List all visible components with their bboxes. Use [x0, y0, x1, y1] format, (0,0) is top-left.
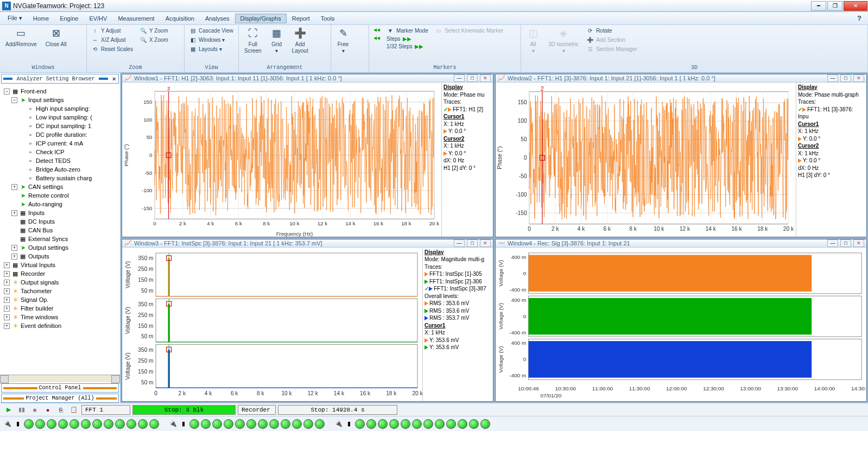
stop-button[interactable]: ■ — [29, 405, 40, 415]
marker-mode-button[interactable]: ▼Marker Mode — [384, 26, 430, 35]
help-button[interactable]: ? — [853, 14, 866, 22]
step32-button[interactable]: 1/32 Steps ▶▶ — [384, 43, 430, 50]
tree-signal-op[interactable]: +✳Signal Op. — [2, 295, 119, 304]
status-led — [235, 419, 245, 429]
window4-close[interactable]: ✕ — [853, 239, 864, 247]
pause-button[interactable]: ▮▮ — [16, 405, 27, 415]
tree-input-child[interactable]: ▫Bridge Auto-zero — [17, 165, 119, 174]
menu-file[interactable]: File ▾ — [2, 13, 28, 23]
play-button[interactable]: ▶ — [3, 405, 14, 415]
close-button[interactable]: ✕ — [844, 1, 867, 11]
tree-virtual-inputs[interactable]: +▦Virtual Inputs — [2, 261, 119, 269]
svg-text:8 k: 8 k — [629, 226, 637, 232]
menu-tools[interactable]: Tools — [315, 14, 340, 23]
tree-inputs[interactable]: +▦Inputs — [10, 208, 119, 217]
tree-front-end[interactable]: −▦Front-end — [2, 87, 119, 96]
reset-scales-button[interactable]: ⟲Reset Scales — [89, 45, 135, 53]
tree-output-settings[interactable]: +➤Output settings — [10, 243, 119, 252]
tree-auto-ranging[interactable]: ➤Auto-ranging — [10, 200, 119, 208]
menu-display-graphs[interactable]: Display/Graphs — [235, 14, 287, 23]
menu-home[interactable]: Home — [28, 14, 54, 23]
tree-time-windows[interactable]: +✳Time windows — [2, 313, 119, 321]
tree-input-child[interactable]: ▫ICP current: 4 mA — [17, 139, 119, 148]
menu-analyses[interactable]: Analyses — [200, 14, 235, 23]
window3-max[interactable]: □ — [467, 239, 478, 247]
tree-recorder[interactable]: +▦Recorder — [2, 269, 119, 278]
tree-tachometer[interactable]: +✳Tachometer — [2, 287, 119, 295]
y-adjust-button[interactable]: ↕Y Adjust — [89, 26, 135, 35]
svg-rect-104 — [156, 344, 417, 388]
menu-report[interactable]: Report — [287, 14, 315, 23]
tree-filter-builder[interactable]: +✳Filter builder — [2, 304, 119, 313]
svg-text:12 k: 12 k — [318, 220, 328, 226]
windows-dropdown[interactable]: ◧Windows ▾ — [187, 35, 236, 44]
project-manager-section[interactable]: Project Manager (All) — [1, 394, 119, 403]
tree-input-child[interactable]: ▫DC profile duration: — [17, 130, 119, 139]
tree-outputs[interactable]: +▦Outputs — [10, 252, 119, 261]
y-zoom-button[interactable]: 🔍Y Zoom — [137, 26, 170, 35]
window1-max[interactable]: □ — [467, 74, 478, 82]
svg-text:4 k: 4 k — [578, 226, 585, 232]
close-all-button[interactable]: ⊠Close All — [42, 26, 70, 49]
steps-button[interactable]: Steps ▶▶ — [384, 35, 430, 42]
window3-min[interactable]: — — [454, 239, 465, 247]
tree-remote-control[interactable]: ➤Remote control — [10, 191, 119, 200]
tree-can-settings[interactable]: +➤CAN settings — [10, 182, 119, 191]
record-button[interactable]: ● — [42, 405, 53, 415]
layouts-dropdown[interactable]: ▦Layouts ▾ — [187, 45, 236, 53]
window3-close[interactable]: ✕ — [480, 239, 491, 247]
step32-back-button[interactable]: ◀◀ — [371, 34, 382, 42]
cascade-view-button[interactable]: ▤Cascade View — [187, 26, 236, 35]
svg-text:2: 2 — [541, 86, 544, 92]
menu-measurement[interactable]: Measurement — [112, 14, 160, 23]
window2-plot[interactable]: -150-100-5005010015002 k4 k6 k8 k10 k12 … — [496, 83, 796, 237]
minimize-button[interactable]: ━ — [811, 1, 826, 11]
free-button[interactable]: ✎Free ▾ — [333, 26, 353, 55]
maximize-button[interactable]: ❐ — [827, 1, 842, 11]
tree-input-child[interactable]: ▫Check ICP — [17, 148, 119, 156]
add-remove-button[interactable]: ▭Add/Remove — [2, 26, 40, 49]
sidebar-close-button[interactable]: ✕ — [110, 76, 118, 82]
sidebar-hscroll[interactable] — [0, 375, 120, 382]
status-led — [480, 419, 490, 429]
tree-can-bus[interactable]: ▦CAN Bus — [10, 226, 119, 235]
tree-input-child[interactable]: ▫High input sampling: — [17, 104, 119, 113]
tree-event-definition[interactable]: +✳Event definition — [2, 321, 119, 330]
window3-plot[interactable]: 50 m150 m250 m350 mVoltage (V)50 m150 m2… — [122, 248, 422, 402]
window4-max[interactable]: □ — [840, 239, 851, 247]
x-zoom-button[interactable]: 🔍X Zoom — [137, 35, 170, 44]
rotate-button[interactable]: ⟳Rotate — [584, 26, 639, 35]
tree-external-syncs[interactable]: ▦External Syncs — [10, 235, 119, 243]
window4-plot[interactable]: -400 m0400 mVoltage (V)-400 m0400 mVolta… — [496, 248, 866, 402]
status-led — [389, 419, 399, 429]
tree-input-child[interactable]: ▫Low input sampling: ( — [17, 113, 119, 122]
rotate-icon: ⟳ — [586, 27, 594, 34]
tree-input-settings[interactable]: −➤Input settings — [10, 96, 119, 104]
window1-plot[interactable]: -150-100-5005010015002 k4 k6 k8 k10 k12 … — [122, 83, 441, 237]
paste-button[interactable]: 📋 — [68, 405, 79, 415]
tree[interactable]: −▦Front-end −➤Input settings ▫High input… — [0, 85, 120, 375]
copy-button[interactable]: ⎘ — [55, 405, 66, 415]
menu-engine[interactable]: Engine — [54, 14, 84, 23]
menu-acquisition[interactable]: Acquisition — [160, 14, 200, 23]
add-layout-button[interactable]: ➕Add Layout — [289, 26, 312, 55]
window1-close[interactable]: ✕ — [480, 74, 491, 82]
tree-output-signals[interactable]: +✳Output signals — [2, 278, 119, 287]
svg-text:-400 m: -400 m — [509, 372, 526, 378]
xz-adjust-button[interactable]: ↔X/Z Adjust — [89, 35, 135, 44]
tree-input-child[interactable]: ▫DC input sampling: 1 — [17, 122, 119, 130]
grid-button[interactable]: ▦Grid ▾ — [267, 26, 287, 55]
window2-close[interactable]: ✕ — [853, 74, 864, 82]
tree-dc-inputs[interactable]: ▦DC Inputs — [10, 217, 119, 226]
svg-text:0: 0 — [523, 270, 527, 276]
full-screen-button[interactable]: ⛶Full Screen — [241, 26, 265, 55]
menu-evhv[interactable]: EV/HV — [84, 14, 112, 23]
tree-input-child[interactable]: ▫Detect TEDS — [17, 156, 119, 165]
window2-max[interactable]: □ — [840, 74, 851, 82]
tree-input-child[interactable]: ▫Battery sustain charg — [17, 174, 119, 182]
window2-min[interactable]: — — [827, 74, 838, 82]
window4-min[interactable]: — — [827, 239, 838, 247]
step-back-button[interactable]: ◀◀ — [371, 26, 382, 34]
control-panel-section[interactable]: Control Panel — [1, 383, 119, 393]
window1-min[interactable]: — — [454, 74, 465, 82]
